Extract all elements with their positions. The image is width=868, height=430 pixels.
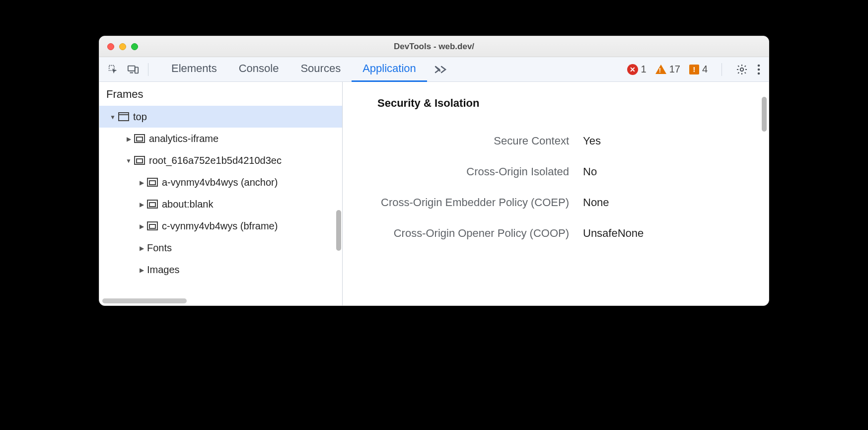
kv-cross-origin-isolated: Cross-Origin Isolated No [343, 156, 769, 187]
tree-item-label: analytics-iframe [149, 133, 218, 144]
tree-item-top[interactable]: top [99, 106, 342, 128]
window-title: DevTools - web.dev/ [99, 42, 769, 52]
kv-value: No [581, 165, 597, 178]
chevron-right-icon[interactable] [138, 221, 145, 230]
iframe-icon [134, 156, 145, 165]
tree-item-analytics-iframe[interactable]: analytics-iframe [99, 128, 342, 149]
minimize-icon[interactable] [119, 43, 126, 50]
iframe-icon [147, 178, 158, 187]
svg-rect-17 [149, 203, 155, 207]
svg-rect-11 [137, 137, 143, 141]
kv-key: Cross-Origin Embedder Policy (COEP) [343, 196, 581, 209]
frame-details: Security & Isolation Secure Context Yes … [343, 82, 769, 305]
chevron-down-icon[interactable] [109, 112, 116, 121]
zoom-icon[interactable] [131, 43, 138, 50]
device-toggle-button[interactable] [123, 60, 143, 79]
svg-rect-1 [128, 66, 135, 71]
error-count: 1 [641, 64, 647, 75]
kv-value: None [581, 196, 609, 209]
tree-item-label: top [133, 111, 147, 123]
kv-value: UnsafeNone [581, 227, 644, 240]
svg-rect-15 [149, 181, 155, 185]
issues-icon: ! [689, 65, 699, 74]
tree-item-anchor[interactable]: a-vynmy4vb4wys (anchor) [99, 171, 342, 193]
more-options-button[interactable] [757, 64, 761, 75]
svg-point-4 [740, 68, 743, 71]
svg-rect-3 [135, 67, 138, 73]
iframe-icon [147, 221, 158, 230]
frames-tree: top analytics-iframe root_616a752e1b5d42… [99, 106, 342, 305]
tree-item-bframe[interactable]: c-vynmy4vb4wys (bframe) [99, 215, 342, 237]
iframe-icon [147, 200, 158, 209]
kv-key: Secure Context [343, 135, 581, 147]
tab-console[interactable]: Console [228, 57, 290, 82]
frames-sidebar: Frames top analytics-iframe [99, 82, 343, 305]
tab-elements[interactable]: Elements [160, 57, 228, 82]
tree-item-label: root_616a752e1b5d4210d3ec [149, 155, 282, 166]
tree-item-label: a-vynmy4vb4wys (anchor) [162, 177, 278, 188]
tree-item-fonts[interactable]: Fonts [99, 237, 342, 259]
svg-rect-13 [137, 159, 143, 163]
divider [148, 63, 148, 76]
kv-secure-context: Secure Context Yes [343, 126, 769, 156]
tree-item-label: Fonts [147, 242, 172, 254]
window-icon [118, 112, 129, 121]
warning-icon: ! [655, 65, 666, 74]
tree-item-label: Images [147, 264, 180, 276]
tree-item-about-blank[interactable]: about:blank [99, 193, 342, 215]
panel-tabs: Elements Console Sources Application [160, 57, 455, 82]
devtools-window: DevTools - web.dev/ Elements Console [99, 36, 769, 306]
panel-content: Frames top analytics-iframe [99, 82, 769, 305]
traffic-lights [107, 43, 138, 50]
svg-point-5 [758, 64, 760, 67]
vertical-scrollbar[interactable] [762, 97, 767, 132]
close-icon[interactable] [107, 43, 114, 50]
kv-key: Cross-Origin Isolated [343, 165, 581, 178]
svg-rect-19 [149, 224, 155, 228]
tree-item-images[interactable]: Images [99, 259, 342, 281]
kv-coep: Cross-Origin Embedder Policy (COEP) None [343, 187, 769, 218]
vertical-scrollbar[interactable] [336, 210, 341, 251]
kv-coop: Cross-Origin Opener Policy (COOP) Unsafe… [343, 218, 769, 249]
more-tabs-button[interactable] [427, 65, 455, 74]
issues-counter[interactable]: ! 4 [689, 64, 708, 75]
error-counter[interactable]: ✕ 1 [627, 64, 647, 75]
warning-counter[interactable]: ! 17 [655, 64, 680, 75]
tab-application[interactable]: Application [352, 57, 427, 82]
tab-sources[interactable]: Sources [289, 57, 352, 82]
iframe-icon [134, 134, 145, 143]
kv-value: Yes [581, 135, 601, 147]
chevron-right-icon[interactable] [138, 200, 145, 209]
settings-button[interactable] [736, 64, 748, 75]
issues-count: 4 [702, 64, 708, 75]
chevron-right-icon[interactable] [125, 134, 132, 143]
tree-item-root[interactable]: root_616a752e1b5d4210d3ec [99, 149, 342, 171]
inspect-button[interactable] [103, 60, 123, 79]
warning-count: 17 [669, 64, 680, 75]
divider [722, 63, 722, 76]
main-toolbar: Elements Console Sources Application ✕ 1… [99, 57, 769, 82]
titlebar: DevTools - web.dev/ [99, 36, 769, 57]
tree-item-label: c-vynmy4vb4wys (bframe) [162, 220, 278, 232]
error-icon: ✕ [627, 64, 638, 75]
tree-item-label: about:blank [162, 199, 213, 210]
horizontal-scrollbar[interactable] [102, 298, 187, 303]
chevron-right-icon[interactable] [138, 243, 145, 252]
sidebar-heading: Frames [99, 82, 342, 106]
svg-point-6 [758, 68, 760, 71]
chevron-right-icon[interactable] [138, 265, 145, 274]
svg-rect-8 [119, 113, 129, 121]
svg-point-7 [758, 72, 760, 74]
kv-key: Cross-Origin Opener Policy (COOP) [343, 227, 581, 240]
chevron-down-icon[interactable] [125, 156, 132, 165]
chevron-right-icon[interactable] [138, 178, 145, 187]
section-heading: Security & Isolation [343, 97, 769, 110]
